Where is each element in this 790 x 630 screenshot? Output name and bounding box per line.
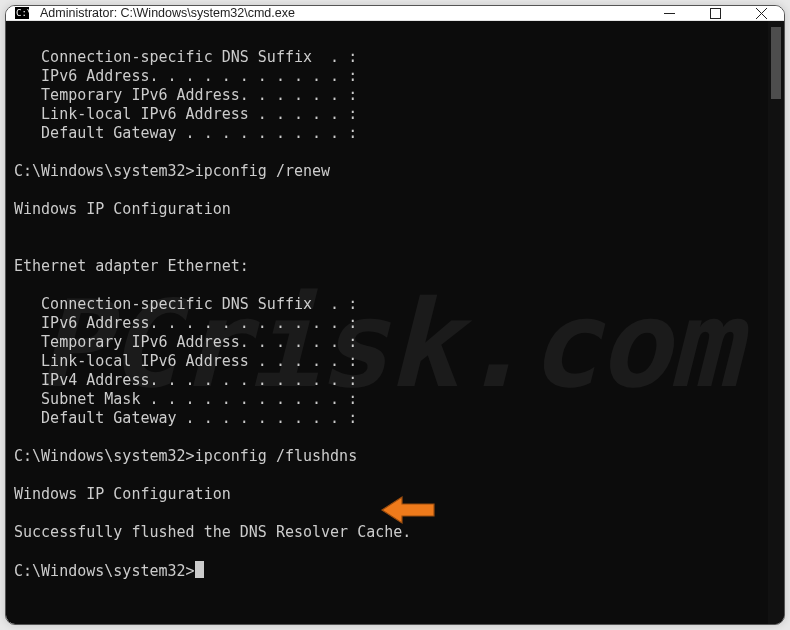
console-area[interactable]: Connection-specific DNS Suffix . : IPv6 …: [6, 21, 784, 625]
window-controls: [646, 6, 784, 20]
output-line: IPv4 Address. . . . . . . . . . . :: [14, 371, 357, 389]
output-line: Subnet Mask . . . . . . . . . . . :: [14, 390, 357, 408]
prompt: C:\Windows\system32>: [14, 162, 195, 180]
command: ipconfig /flushdns: [195, 447, 358, 465]
window-title: Administrator: C:\Windows\system32\cmd.e…: [38, 6, 646, 20]
output-line: Connection-specific DNS Suffix . :: [14, 48, 357, 66]
output-line: Windows IP Configuration: [14, 200, 231, 218]
prompt: C:\Windows\system32>: [14, 447, 195, 465]
output-line: Windows IP Configuration: [14, 485, 231, 503]
output-line: Temporary IPv6 Address. . . . . . :: [14, 333, 357, 351]
output-line: Connection-specific DNS Suffix . :: [14, 295, 357, 313]
maximize-button[interactable]: [692, 6, 738, 20]
text-cursor: [195, 561, 204, 578]
console-output[interactable]: Connection-specific DNS Suffix . : IPv6 …: [6, 21, 768, 625]
command: ipconfig /renew: [195, 162, 330, 180]
output-line: Default Gateway . . . . . . . . . :: [14, 124, 357, 142]
scrollbar[interactable]: [768, 21, 784, 625]
maximize-icon: [710, 8, 721, 19]
close-icon: [756, 8, 767, 19]
output-line: Link-local IPv6 Address . . . . . :: [14, 352, 357, 370]
prompt: C:\Windows\system32>: [14, 562, 195, 580]
output-line: Default Gateway . . . . . . . . . :: [14, 409, 357, 427]
cmd-window: C:\ Administrator: C:\Windows\system32\c…: [5, 5, 785, 625]
output-line: IPv6 Address. . . . . . . . . . . :: [14, 67, 357, 85]
minimize-button[interactable]: [646, 6, 692, 20]
svg-rect-0: [710, 8, 720, 18]
close-button[interactable]: [738, 6, 784, 20]
output-line: Link-local IPv6 Address . . . . . :: [14, 105, 357, 123]
titlebar[interactable]: C:\ Administrator: C:\Windows\system32\c…: [6, 6, 784, 21]
output-line: IPv6 Address. . . . . . . . . . . :: [14, 314, 357, 332]
scrollbar-thumb[interactable]: [771, 27, 781, 99]
output-line: Successfully flushed the DNS Resolver Ca…: [14, 523, 411, 541]
app-icon: C:\: [6, 6, 38, 20]
output-line: Temporary IPv6 Address. . . . . . :: [14, 86, 357, 104]
output-line: Ethernet adapter Ethernet:: [14, 257, 249, 275]
minimize-icon: [664, 8, 675, 19]
cmd-icon: C:\: [14, 6, 30, 20]
